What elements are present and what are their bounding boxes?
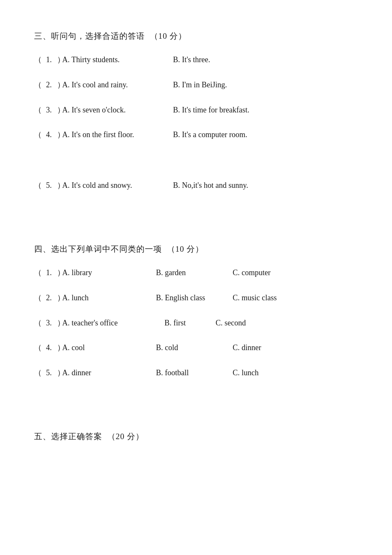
option-a-s3q5: A. It's cold and snowy. [62,179,173,192]
section5-points: （20 分） [107,432,144,441]
option-a-s3q2: A. It's cool and rainy. [62,79,173,91]
section4-title: 四、选出下列单词中不同类的一项 [34,244,162,253]
section3-q1: （ ） 1. A. Thirty students. B. It's three… [34,54,358,66]
option-c-s4q2: C. music class [233,292,277,304]
spacer2 [34,204,358,230]
option-a-s4q4: A. cool [62,342,156,354]
section3-q3: （ ） 3. A. It's seven o'clock. B. It's ti… [34,104,358,116]
answer-blank-s4q1: （ ） [34,267,46,279]
section3-header: 三、听问句，选择合适的答语 （10 分） [34,31,358,42]
option-b-s4q1: B. garden [156,267,233,279]
option-b-s3q4: B. It's a computer room. [173,129,247,141]
answer-blank-s3q3: （ ） [34,104,46,116]
option-b-s3q2: B. I'm in BeiJing. [173,79,227,91]
q-num-s4q1: 1. [46,267,62,279]
q-num-s3q2: 2. [46,79,62,91]
option-a-s4q3: A. teacher's office [62,317,164,329]
q-num-s4q2: 2. [46,292,62,304]
answer-blank-s3q1: （ ） [34,54,46,66]
q-num-s4q4: 4. [46,342,62,354]
answer-blank-s4q3: （ ） [34,317,46,329]
section3-title: 三、听问句，选择合适的答语 [34,32,145,40]
q-num-s4q3: 3. [46,317,62,329]
option-a-s4q5: A. dinner [62,367,156,379]
answer-blank-s4q2: （ ） [34,292,46,304]
q-num-s3q4: 4. [46,129,62,141]
section5-title: 五、选择正确答案 [34,432,102,441]
option-a-s4q1: A. library [62,267,156,279]
option-b-s3q5: B. No,it's hot and sunny. [173,179,248,192]
section5-header: 五、选择正确答案 （20 分） [34,431,358,442]
option-b-s3q3: B. It's time for breakfast. [173,104,249,116]
q-num-s4q5: 5. [46,367,62,379]
option-a-s4q2: A. lunch [62,292,156,304]
option-b-s4q2: B. English class [156,292,233,304]
option-a-s3q4: A. It's on the first floor. [62,129,173,141]
option-c-s4q3: C. second [216,317,246,329]
answer-blank-s3q4: （ ） [34,129,46,141]
section4-q3: （ ） 3. A. teacher's office B. first C. s… [34,317,358,329]
answer-blank-s3q2: （ ） [34,79,46,91]
option-b-s4q4: B. cold [156,342,233,354]
q-num-s3q5: 5. [46,179,62,192]
option-b-s4q5: B. football [156,367,233,379]
option-c-s4q5: C. lunch [233,367,259,379]
section4-q1: （ ） 1. A. library B. garden C. computer [34,267,358,279]
section3-q4: （ ） 4. A. It's on the first floor. B. It… [34,129,358,141]
section4-q2: （ ） 2. A. lunch B. English class C. musi… [34,292,358,304]
option-a-s3q3: A. It's seven o'clock. [62,104,173,116]
option-a-s3q1: A. Thirty students. [62,54,173,66]
option-c-s4q4: C. dinner [233,342,261,354]
section4-header: 四、选出下列单词中不同类的一项 （10 分） [34,244,358,255]
section4-q4: （ ） 4. A. cool B. cold C. dinner [34,342,358,354]
q-num-s3q1: 1. [46,54,62,66]
section4-points: （10 分） [167,244,204,253]
section3-q2: （ ） 2. A. It's cool and rainy. B. I'm in… [34,79,358,91]
section3-points: （10 分） [150,32,187,40]
option-b-s4q3: B. first [164,317,216,329]
section4-q5: （ ） 5. A. dinner B. football C. lunch [34,367,358,379]
answer-blank-s3q5: （ ） [34,179,46,192]
spacer3 [34,392,358,417]
answer-blank-s4q5: （ ） [34,367,46,379]
section3-q5: （ ） 5. A. It's cold and snowy. B. No,it'… [34,179,358,192]
option-c-s4q1: C. computer [233,267,271,279]
q-num-s3q3: 3. [46,104,62,116]
spacer1 [34,154,358,179]
answer-blank-s4q4: （ ） [34,342,46,354]
option-b-s3q1: B. It's three. [173,54,210,66]
